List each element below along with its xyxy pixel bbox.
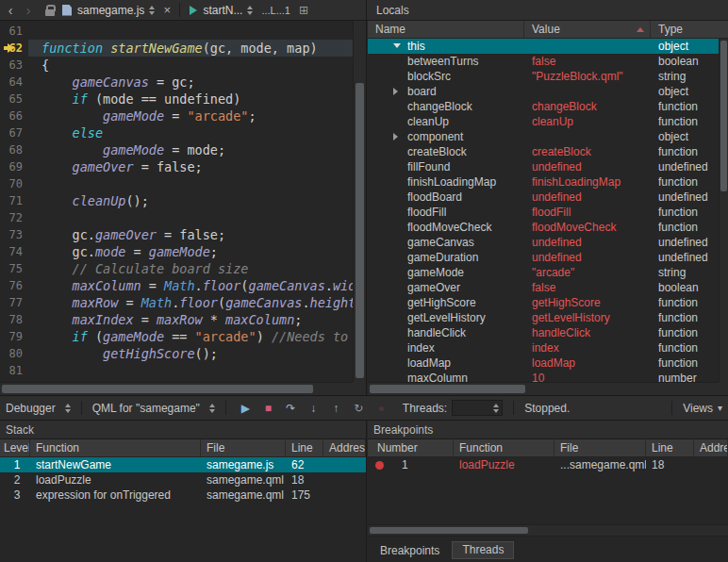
scrollbar-thumb[interactable] [370,527,528,534]
stack-row[interactable]: 1startNewGamesamegame.js62 [0,457,366,472]
step-into-icon[interactable]: ↓ [305,400,323,416]
code-line[interactable]: 70 [0,175,353,192]
expand-icon[interactable] [393,133,398,140]
line-number[interactable]: 77 [0,294,28,311]
tab-threads[interactable]: Threads [452,541,514,559]
record-icon[interactable]: ● [372,400,390,416]
locals-row[interactable]: finishLoadingMapfinishLoadingMapfunction [368,174,719,190]
interrupt-icon[interactable]: ■ [259,400,277,416]
line-number[interactable]: 65 [0,91,28,107]
debugger-combo[interactable]: Debugger [6,402,56,415]
line-number[interactable]: 67 [0,124,28,141]
code-line[interactable]: 67 else [0,124,353,141]
locals-horizontal-scrollbar[interactable] [368,382,719,395]
scrollbar-thumb[interactable] [356,83,364,378]
scrollbar-thumb[interactable] [720,41,727,191]
code-line[interactable]: 72 [0,209,353,226]
column-header-function[interactable]: Function [454,439,554,456]
locals-row[interactable]: gameCanvasundefinedundefined [368,235,719,250]
code-area[interactable]: 6162function startNewGame(gc, mode, map)… [0,23,353,382]
step-over-icon[interactable]: ↷ [282,400,300,416]
locals-row[interactable]: gameDurationundefinedundefined [368,250,719,265]
code-line[interactable]: 69 gameOver = false; [0,158,353,175]
locals-row[interactable]: getLevelHistorygetLevelHistoryfunction [368,310,719,325]
symbol-selector[interactable]: startN... [203,4,242,17]
column-header-name[interactable]: Name [368,21,524,38]
stack-row[interactable]: 2loadPuzzlesamegame.qml18 [0,472,366,488]
locals-row[interactable]: blockSrc"PuzzleBlock.qml"string [368,69,719,84]
column-header-number[interactable]: Number [368,439,454,456]
column-header-file[interactable]: File [554,439,646,456]
code-line[interactable]: 66 gameMode = "arcade"; [0,107,353,124]
line-number[interactable]: 76 [0,277,28,294]
code-line[interactable]: 78 maxIndex = maxRow * maxColumn; [0,311,353,328]
line-number[interactable]: 70 [0,175,28,192]
code-line[interactable]: 80 getHighScore(); [0,345,353,362]
column-header-line[interactable]: Line [286,439,323,456]
line-number[interactable]: 73 [0,226,28,243]
code-line[interactable]: 63{ [0,57,353,74]
close-document-button[interactable]: × [160,3,174,17]
breakpoint-row[interactable]: 1loadPuzzle...samegame.qml18 [368,457,728,472]
line-number[interactable]: 64 [0,74,28,91]
line-number[interactable]: 75 [0,260,28,277]
line-number[interactable]: 74 [0,243,28,260]
code-line[interactable]: 77 maxRow = Math.floor(gameCanvas.height [0,294,353,311]
engine-combo[interactable]: QML for "samegame" [92,402,200,415]
code-line[interactable]: 73 gc.gameOver = false; [0,226,353,243]
code-line[interactable]: 68 gameMode = mode; [0,141,353,158]
code-line[interactable]: 65 if (mode == undefined) [0,91,353,107]
code-line[interactable]: 81 [0,362,353,379]
combo-arrows-icon[interactable] [209,404,215,413]
open-file-selector[interactable]: samegame.js [77,4,144,17]
line-number[interactable]: 61 [0,23,28,40]
column-header-level[interactable]: Level [0,439,30,456]
code-line[interactable]: 74 gc.mode = gameMode; [0,243,353,260]
line-number[interactable]: 79 [0,328,28,345]
step-out-icon[interactable]: ↑ [327,400,345,416]
code-line[interactable]: 62function startNewGame(gc, mode, map) [0,40,353,57]
editor-vertical-scrollbar[interactable] [353,21,366,382]
restart-icon[interactable]: ↻ [350,400,368,416]
line-number[interactable]: 81 [0,362,28,379]
code-line[interactable]: 64 gameCanvas = gc; [0,74,353,91]
forward-button[interactable]: › [21,3,36,18]
locals-row[interactable]: gameMode"arcade"string [368,265,719,280]
locals-row[interactable]: fillFoundundefinedundefined [368,159,719,174]
line-number[interactable]: 78 [0,311,28,328]
line-number[interactable]: 63 [0,57,28,74]
column-header-value[interactable]: Value [524,21,651,38]
split-editor-icon[interactable]: ⊞ [299,4,308,17]
column-header-address[interactable]: Address [323,439,366,456]
locals-row[interactable]: boardobject [368,84,719,99]
continue-icon[interactable]: ▶ [237,400,255,416]
line-number[interactable]: 71 [0,192,28,209]
code-line[interactable]: 61 [0,23,353,40]
locals-row[interactable]: gameOverfalseboolean [368,280,719,295]
code-editor[interactable]: 6162function startNewGame(gc, mode, map)… [0,21,367,395]
column-header-line[interactable]: Line [646,439,694,456]
locals-row[interactable]: thisobject [368,39,719,54]
scrollbar-thumb[interactable] [370,385,525,393]
locals-row[interactable]: changeBlockchangeBlockfunction [368,99,719,114]
expand-icon[interactable] [393,88,398,95]
line-number[interactable]: 68 [0,141,28,158]
combo-arrows-icon[interactable] [65,404,71,413]
breakpoints-horizontal-scrollbar[interactable] [368,524,728,537]
locals-row[interactable]: handleClickhandleClickfunction [368,325,719,340]
line-number[interactable]: 66 [0,107,28,124]
chevron-down-icon[interactable]: ▾ [718,403,722,413]
locals-row[interactable]: floodBoardundefinedundefined [368,190,719,205]
column-header-function[interactable]: Function [30,439,201,456]
code-line[interactable]: 75 // Calculate board size [0,260,353,277]
locals-row[interactable]: floodMoveCheckfloodMoveCheckfunction [368,220,719,235]
locals-row[interactable]: betweenTurnsfalseboolean [368,54,719,69]
column-header-file[interactable]: File [201,439,286,456]
line-number[interactable]: 72 [0,209,28,226]
line-number[interactable]: 80 [0,345,28,362]
code-line[interactable]: 76 maxColumn = Math.floor(gameCanvas.wid… [0,277,353,294]
locals-row[interactable]: floodFillfloodFillfunction [368,205,719,220]
tab-breakpoints[interactable]: Breakpoints [371,541,449,560]
locals-row[interactable]: cleanUpcleanUpfunction [368,114,719,129]
collapse-icon[interactable] [393,43,401,48]
